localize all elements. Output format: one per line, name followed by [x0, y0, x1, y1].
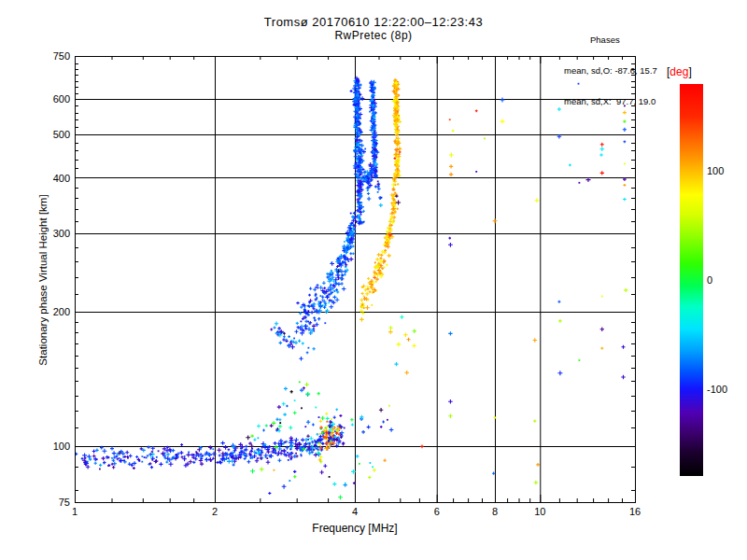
colorbar-bracket-close: ]	[688, 65, 691, 78]
y-tick-label: 600	[53, 93, 70, 105]
colorbar	[680, 84, 703, 476]
x-tick-label: 8	[492, 506, 498, 517]
y-tick-label: 400	[53, 173, 70, 184]
ionogram-figure: Tromsø 20170610 12:22:00–12:23:43 RwPret…	[0, 0, 747, 560]
colorbar-tick-label: 0	[707, 274, 712, 286]
y-tick-label: 300	[53, 228, 70, 239]
x-tick-label: 2	[212, 506, 218, 517]
colorbar-tick-label: 100	[707, 165, 724, 176]
y-tick-label: 200	[53, 306, 70, 317]
x-axis-label: Frequency [MHz]	[0, 522, 710, 535]
x-tick-label: 4	[352, 506, 358, 517]
colorbar-tick-label: -100	[707, 384, 727, 395]
y-tick-label: 750	[53, 50, 70, 62]
y-axis-label: Stationary phase Virtual Height [km]	[37, 194, 49, 365]
ionogram-plot: 12468101675100200300400500600750	[0, 0, 747, 560]
x-tick-label: 10	[534, 506, 545, 517]
y-tick-label: 100	[53, 441, 70, 452]
y-tick-label: 75	[59, 497, 70, 508]
colorbar-unit-label: [deg]	[667, 65, 692, 78]
colorbar-unit-text: deg	[669, 65, 688, 78]
y-tick-label: 500	[53, 129, 70, 140]
x-tick-label: 16	[629, 506, 641, 517]
scatter-points	[75, 77, 628, 500]
x-tick-label: 1	[72, 506, 78, 517]
x-tick-label: 6	[434, 506, 440, 517]
